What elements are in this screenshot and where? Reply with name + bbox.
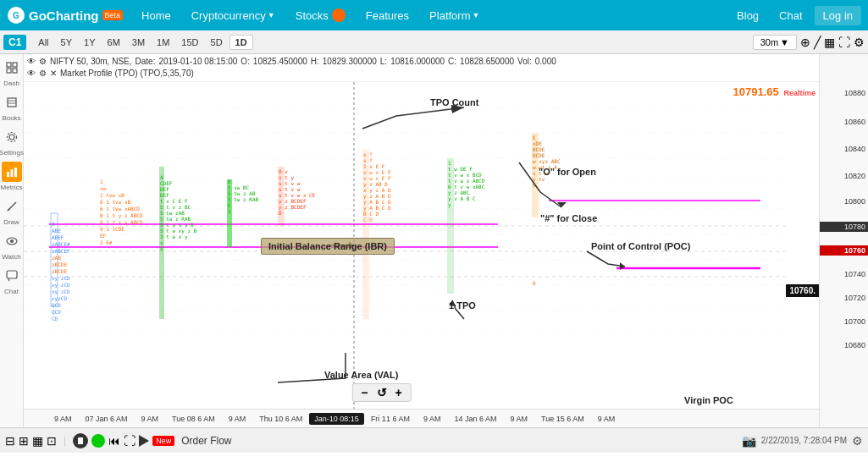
svg-text:E: E xyxy=(228,202,231,208)
layout-icon-3[interactable]: ▦ xyxy=(32,434,43,448)
tf-5y[interactable]: 5Y xyxy=(56,36,77,49)
sidebar-item-books[interactable] xyxy=(2,92,22,113)
tf-1m[interactable]: 1M xyxy=(152,36,174,49)
sidebar-item-dash[interactable] xyxy=(2,58,22,78)
zoom-in-button[interactable]: + xyxy=(392,386,406,399)
interval-selector[interactable]: 30m ▼ xyxy=(753,35,797,50)
svg-text:s t v w: s t v w xyxy=(279,186,301,192)
realtime-badge: Realtime xyxy=(783,89,815,97)
svg-text:EF: EF xyxy=(100,233,107,239)
layout-icon-2[interactable]: ⊞ xyxy=(19,434,29,448)
layout-icon-4[interactable]: ⊡ xyxy=(47,434,57,448)
nav-features[interactable]: Features xyxy=(357,6,417,25)
svg-text:y z AB D: y z AB D xyxy=(363,181,388,188)
svg-text:y z BCDEF: y z BCDEF xyxy=(279,204,307,211)
crosshair-tool[interactable]: ⊕ xyxy=(800,36,810,49)
svg-text:6 t v w xABC: 6 t v w xABC xyxy=(448,184,485,190)
tf-all[interactable]: All xyxy=(33,36,53,49)
tf-6m[interactable]: 6M xyxy=(102,36,125,49)
logo-area[interactable]: G GoCharting Beta xyxy=(7,6,123,25)
svg-rect-6 xyxy=(8,98,16,107)
time-label-5: Thu 10 6 AM xyxy=(252,415,309,423)
nav-login[interactable]: Log in xyxy=(815,6,861,25)
eye-icon-2[interactable]: 👁 xyxy=(27,68,36,80)
svg-text:CD: CD xyxy=(52,316,58,322)
time-label-highlighted: Jan-10 08:15 xyxy=(309,413,364,425)
virgin-poc-label: Virgin POC xyxy=(684,395,733,405)
zoom-controls: − ↺ + xyxy=(351,383,411,402)
svg-text:1 x E F: 1 x E F xyxy=(363,163,385,169)
svg-text:zAB: zAB xyxy=(52,255,61,261)
layout-icon-1[interactable]: ⊟ xyxy=(5,434,15,448)
settings-bottom-icon[interactable]: ⚙ xyxy=(852,434,863,448)
beta-badge: Beta xyxy=(102,10,124,20)
tf-15d[interactable]: 15D xyxy=(176,36,203,49)
settings-small-icon[interactable]: ⚙ xyxy=(39,56,47,68)
tf-3m[interactable]: 3M xyxy=(127,36,150,49)
sidebar-dash-label: Dash xyxy=(3,80,19,87)
tf-1d[interactable]: 1D xyxy=(229,35,253,50)
svg-text:C D: C D xyxy=(363,217,373,223)
price-10740: 10740 xyxy=(820,269,868,279)
chart-o-label: O: xyxy=(240,56,250,68)
svg-rect-85 xyxy=(278,167,285,226)
close-small-icon[interactable]: ✕ xyxy=(50,68,57,80)
svg-text:v w x E F: v w x E F xyxy=(363,175,391,181)
price-10680: 10680 xyxy=(820,340,868,350)
sidebar-item-settings[interactable] xyxy=(2,127,22,147)
svg-rect-12 xyxy=(10,169,13,177)
settings-small-icon-2[interactable]: ⚙ xyxy=(39,68,47,80)
svg-text:DEF: DEF xyxy=(160,192,169,198)
chart-grid: A ABE ABEF zABCE# zABCEF zAB zBCDE zBCDE… xyxy=(24,82,819,409)
tf-1y[interactable]: 1Y xyxy=(79,36,100,49)
sidebar-item-draw[interactable] xyxy=(2,196,22,217)
svg-text:y z BCDEF: y z BCDEF xyxy=(279,198,307,205)
svg-text:w xyz ABC: w xyz ABC xyxy=(533,158,561,165)
bar-chart-icon[interactable]: ▦ xyxy=(824,36,835,49)
svg-text:xy zCD: xy zCD xyxy=(52,275,70,282)
price-10820: 10820 xyxy=(820,171,868,181)
svg-text:w wt z A: w wt z A xyxy=(533,164,557,170)
chart-id-badge: C1 xyxy=(3,35,26,50)
nav-stocks[interactable]: Stocks xyxy=(287,5,354,25)
fullscreen-icon[interactable]: ⛶ xyxy=(838,36,850,49)
chart-area[interactable]: 👁 ⚙ NIFTY 50, 30m, NSE, Date: 2019-01-10… xyxy=(24,54,819,427)
chart-canvas[interactable]: A ABE ABEF zABCE# zABCEF zAB zBCDE zBCDE… xyxy=(24,82,819,409)
zoom-out-button[interactable]: − xyxy=(357,386,371,399)
symbol-name: NIFTY 50, 30m, NSE, xyxy=(50,56,132,68)
nav-blog[interactable]: Blog xyxy=(728,6,767,25)
record-button[interactable] xyxy=(73,433,88,448)
time-axis: 9 AM 07 Jan 6 AM 9 AM Tue 08 6 AM 9 AM T… xyxy=(24,409,819,427)
one-tpo-label: 1 TPO xyxy=(449,300,476,311)
svg-text:D: D xyxy=(279,210,282,216)
sidebar-item-chat[interactable] xyxy=(2,266,22,286)
svg-text:y A B C D: y A B C D xyxy=(363,205,391,212)
camera-icon[interactable]: 📷 xyxy=(742,434,756,448)
settings-gear-icon[interactable]: ⚙ xyxy=(854,36,865,49)
svg-rect-4 xyxy=(7,69,11,73)
zoom-reset-button[interactable]: ↺ xyxy=(373,386,390,399)
eye-icon[interactable]: 👁 xyxy=(27,56,36,68)
price-10800: 10800 xyxy=(820,196,868,206)
svg-text:t v C E F: t v C E F xyxy=(160,198,188,204)
nav-cryptocurrency[interactable]: Cryptocurrency ▼ xyxy=(183,6,284,25)
nav-platform[interactable]: Platform ▼ xyxy=(421,6,488,25)
svg-point-10 xyxy=(7,133,16,142)
svg-text:s: s xyxy=(160,245,163,251)
prev-button[interactable]: ⏮ xyxy=(108,434,120,448)
time-label-10: Tue 15 6 AM xyxy=(534,415,591,423)
nav-home[interactable]: Home xyxy=(133,6,180,25)
sidebar-item-metrics[interactable] xyxy=(2,162,22,182)
expand-button[interactable]: ⛶ xyxy=(124,434,135,448)
svg-text:9 1 tCDE: 9 1 tCDE xyxy=(100,226,124,232)
pencil-tool[interactable]: ╱ xyxy=(814,36,821,49)
time-label-1: 07 Jan 6 AM xyxy=(79,415,135,423)
svg-text:s t v w x CE: s t v w x CE xyxy=(279,192,316,198)
svg-text:zABCEF: zABCEF xyxy=(52,248,70,254)
tf-5d[interactable]: 5D xyxy=(206,36,228,49)
svg-rect-11 xyxy=(7,172,9,177)
svg-text:2 E#: 2 E# xyxy=(100,239,113,245)
sidebar-item-watch[interactable] xyxy=(2,231,22,251)
nav-chat[interactable]: Chat xyxy=(771,6,810,25)
play-button[interactable] xyxy=(139,435,149,447)
